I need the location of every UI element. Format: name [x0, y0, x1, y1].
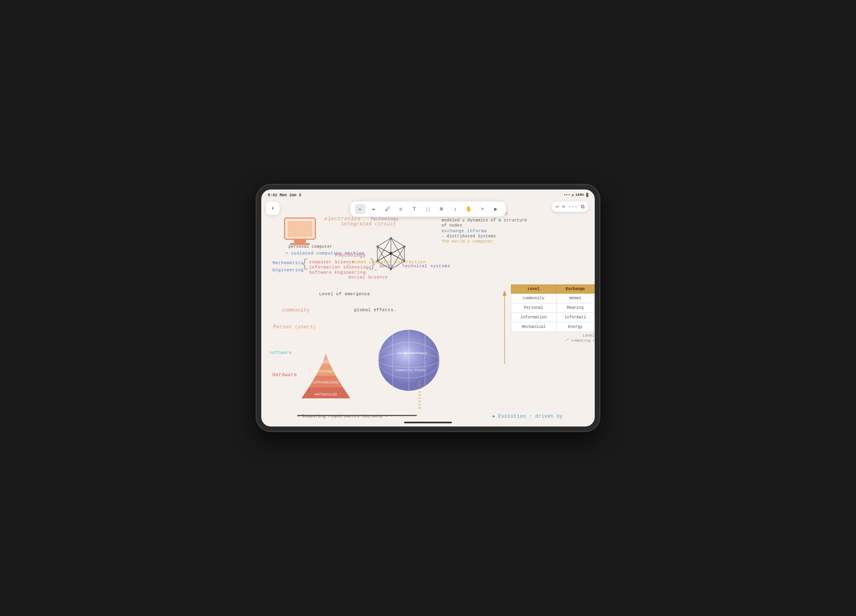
table-cell: Personal	[511, 303, 556, 313]
eraser-tool[interactable]: ◇	[396, 204, 406, 214]
svg-text:software: software	[412, 351, 427, 355]
back-icon: ‹	[271, 205, 274, 211]
table-header-exchange: Exchange	[556, 285, 594, 294]
mathematics-label: Mathematics	[272, 261, 304, 265]
signal-icon: ▪▪▪	[564, 193, 570, 197]
play-tool[interactable]: ▶	[491, 204, 501, 214]
arrow-hci: →	[347, 263, 349, 267]
evolution-label: evolution	[418, 380, 422, 409]
computing-label: -" computing i	[511, 339, 595, 343]
undo-button[interactable]: ↩	[556, 203, 559, 210]
ipad-frame: 9:41 Mon Jun 3 ▪▪▪ ⌀ 100% ▓ ‹ ✏ ✒ 🖊 ◇ T …	[256, 185, 600, 431]
social-science-label: Social Science	[348, 275, 388, 280]
world-computer-label: The world ≥ computer	[442, 239, 493, 244]
technology-label: Technology	[371, 217, 399, 221]
left-bracket: {	[301, 257, 308, 271]
hardware-label: Hardware	[272, 372, 297, 378]
psychology-label: Psychology	[335, 253, 366, 258]
battery-icon: 100% ▓	[576, 193, 588, 197]
community-label: community	[282, 308, 310, 313]
distributed-label: - distributed Systems	[442, 234, 496, 239]
table-row: Mechanical Energy	[511, 322, 595, 332]
data-table: Level Exchange community memes Personal …	[511, 284, 595, 332]
table-row: Personal Meaning	[511, 303, 595, 313]
svg-text:hardware: hardware	[397, 351, 413, 355]
audio-tool[interactable]: ♪	[450, 204, 460, 214]
home-bar	[404, 422, 452, 423]
svg-text:Community: Community	[395, 368, 413, 372]
level-bottom-label: Level	[511, 334, 595, 338]
table-header-level: Level	[511, 285, 556, 294]
back-button[interactable]: ‹	[266, 201, 280, 215]
canvas-area: mechanical informational Psychological S…	[261, 201, 595, 426]
pencil-tool[interactable]: ✏	[355, 204, 365, 214]
globe-illustration: hardware software Community People	[373, 324, 445, 398]
svg-marker-45	[503, 290, 507, 296]
pyramid-illustration: mechanical informational Psychological S…	[294, 336, 358, 406]
table-row: information informati	[511, 313, 595, 322]
it-label: information technology	[309, 265, 371, 270]
table-cell: Meaning	[556, 303, 594, 313]
svg-text:Psychological: Psychological	[313, 369, 339, 373]
svg-text:informational: informational	[313, 381, 339, 385]
svg-text:mechanical: mechanical	[315, 392, 337, 397]
pen-tool[interactable]: ✒	[369, 204, 379, 214]
global-effects-label: global effects.	[354, 308, 396, 312]
hand-tool[interactable]: ✋	[464, 204, 474, 214]
evolution-bottom-label: ● Evolution : driven by	[492, 414, 563, 419]
svg-text:People: People	[414, 368, 426, 372]
table-cell: information	[511, 313, 556, 322]
svg-line-7	[391, 238, 404, 247]
software-side-label: software	[269, 350, 292, 355]
se-label: Software Engineering	[309, 270, 366, 275]
engineering-label: Engineering	[272, 268, 304, 272]
exchange-info-label: exchange informa	[442, 229, 487, 233]
text-tool[interactable]: T	[409, 204, 420, 214]
table-cell: informati	[556, 313, 594, 322]
modeled-label: modeled ≥ dynamics of a structure	[442, 218, 527, 223]
level-emergence-label: Level of emergence	[319, 292, 370, 296]
image-tool[interactable]: ⊞	[436, 204, 447, 214]
svg-line-12	[377, 238, 391, 247]
integrated-circuit-label: integrated circuit	[341, 221, 396, 227]
table-cell: Energy	[556, 322, 594, 332]
table-cell: memes	[556, 294, 594, 303]
top-right-controls: ↩ ↪ ··· ⧉	[552, 201, 588, 212]
select-tool[interactable]: ⬚	[423, 204, 433, 214]
person-users-label: Person (users)	[273, 324, 316, 330]
arrow-socio: →	[374, 268, 377, 272]
status-time: 9:41 Mon Jun 3	[268, 193, 301, 197]
evolution-section: evolution	[501, 288, 508, 376]
modeled-label2: of nodes	[442, 223, 462, 228]
table-cell: community	[511, 294, 556, 303]
evolution-arrow-svg	[501, 288, 508, 368]
redo-button[interactable]: ↪	[562, 203, 565, 210]
marker-tool[interactable]: 🖊	[382, 204, 392, 214]
bottom-line	[297, 415, 417, 416]
status-icons: ▪▪▪ ⌀ 100% ▓	[564, 193, 588, 197]
table-row: community memes	[511, 294, 595, 303]
share-button[interactable]: ⧉	[581, 204, 584, 210]
more-tool[interactable]: >	[477, 204, 487, 214]
wifi-icon: ⌀	[572, 193, 574, 197]
drawing-toolbar: ✏ ✒ 🖊 ◇ T ⬚ ⊞ ♪ ✋ > ▶	[350, 201, 506, 217]
ipad-screen: 9:41 Mon Jun 3 ▪▪▪ ⌀ 100% ▓ ‹ ✏ ✒ 🖊 ◇ T …	[261, 190, 595, 426]
socio-technical-label: Socio - Technical systems	[379, 264, 450, 269]
more-options-button[interactable]: ···	[568, 204, 578, 210]
data-table-container: Level Exchange community memes Personal …	[511, 284, 595, 343]
status-bar: 9:41 Mon Jun 3 ▪▪▪ ⌀ 100% ▓	[261, 190, 595, 201]
svg-text:Social: Social	[320, 360, 332, 364]
table-cell: Mechanical	[511, 322, 556, 332]
personal-computer-label: personal computer	[288, 245, 333, 249]
